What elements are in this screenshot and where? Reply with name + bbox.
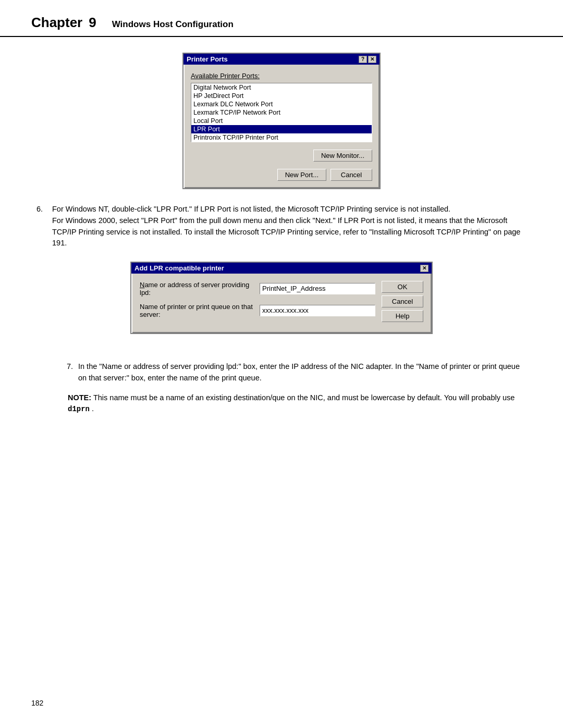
cancel-button-ports[interactable]: Cancel <box>331 169 372 181</box>
chapter-label: Chapter <box>31 15 82 31</box>
help-titlebar-button[interactable]: ? <box>359 56 367 63</box>
printer-ports-body: Available Printer Ports: Digital Network… <box>183 65 380 188</box>
queue-input[interactable]: xxx.xxx.xxx.xxx <box>260 305 375 316</box>
step7-content: In the "Name or address of server provid… <box>78 362 520 382</box>
port-item-lexmark-tcp[interactable]: Lexmark TCP/IP Network Port <box>191 108 372 117</box>
step7-number: 7. <box>67 361 73 373</box>
note-block: NOTE: This name must be a name of an exi… <box>68 392 527 415</box>
lpr-fields: Name or address of server providing lpd:… <box>140 281 375 325</box>
titlebar-buttons: ? ✕ <box>359 56 376 63</box>
dialog-bottom-buttons: New Port... Cancel <box>191 167 372 181</box>
queue-field-row: Name of printer or print queue on that s… <box>140 303 375 318</box>
close-titlebar-button[interactable]: ✕ <box>368 56 376 63</box>
note-code: d1prn <box>68 405 90 413</box>
lpr-titlebar: Add LPR compatible printer ✕ <box>131 263 432 274</box>
step7-block: 7. In the "Name or address of server pro… <box>52 361 527 384</box>
new-monitor-button[interactable]: New Monitor... <box>313 150 372 162</box>
step6-text: 6. For Windows NT, double-click "LPR Por… <box>52 204 527 249</box>
lpr-help-button[interactable]: Help <box>382 310 423 322</box>
available-ports-label: Available Printer Ports: <box>191 72 372 80</box>
queue-label: Name of printer or print queue on that s… <box>140 303 254 318</box>
available-ports-label-text: vailable Printer Ports: <box>195 72 260 80</box>
printer-ports-titlebar: Printer Ports ? ✕ <box>183 54 380 65</box>
new-port-button[interactable]: New Port... <box>277 169 326 181</box>
port-item-printronix[interactable]: Printronix TCP/IP Printer Port <box>191 133 372 142</box>
server-input[interactable]: PrintNet_IP_Address <box>260 283 375 294</box>
server-label: Name or address of server providing lpd: <box>140 281 254 297</box>
page-number: 182 <box>31 699 43 707</box>
step7-text: 7. In the "Name or address of server pro… <box>78 361 527 384</box>
port-item-hp[interactable]: HP JetDirect Port <box>191 92 372 100</box>
step6-paragraph1: For Windows NT, double-click "LPR Port."… <box>52 205 450 213</box>
lpr-titlebar-buttons: ✕ <box>420 265 429 272</box>
lpr-cancel-button[interactable]: Cancel <box>382 295 423 307</box>
page-header: Chapter 9 Windows Host Configuration <box>0 0 563 37</box>
lpr-close-button[interactable]: ✕ <box>420 265 429 272</box>
port-item-lpr[interactable]: LPR Port <box>191 125 372 133</box>
note-label: NOTE: <box>68 393 91 402</box>
lpr-body: Name or address of server providing lpd:… <box>131 274 432 333</box>
port-list[interactable]: Digital Network Port HP JetDirect Port L… <box>191 83 372 142</box>
printer-ports-dialog: Printer Ports ? ✕ Available Printer Port… <box>182 53 381 189</box>
lpr-title: Add LPR compatible printer <box>134 264 224 272</box>
port-item-local[interactable]: Local Port <box>191 117 372 125</box>
chapter-number: 9 <box>89 15 96 31</box>
lpr-dialog: Add LPR compatible printer ✕ Name or add… <box>130 262 433 334</box>
step6-number: 6. <box>36 204 43 215</box>
new-monitor-row: New Monitor... <box>191 150 372 162</box>
port-item-lexmark-dlc[interactable]: Lexmark DLC Network Port <box>191 100 372 108</box>
printer-ports-dialog-container: Printer Ports ? ✕ Available Printer Port… <box>36 53 527 189</box>
server-field-row: Name or address of server providing lpd:… <box>140 281 375 297</box>
lpr-buttons: OK Cancel Help <box>382 281 423 325</box>
note-text: This name must be a name of an existing … <box>93 393 515 402</box>
port-item-digital[interactable]: Digital Network Port <box>191 83 372 92</box>
chapter-title: Windows Host Configuration <box>112 19 234 30</box>
note-end: . <box>92 404 94 413</box>
step6-paragraph2: For Windows 2000, select "LPR Port" from… <box>52 216 520 248</box>
lpr-dialog-container: Add LPR compatible printer ✕ Name or add… <box>36 262 527 347</box>
lpr-ok-button[interactable]: OK <box>382 281 423 293</box>
page-footer: 182 <box>31 699 43 707</box>
printer-ports-title: Printer Ports <box>187 55 228 63</box>
page-content: Printer Ports ? ✕ Available Printer Port… <box>0 37 563 430</box>
